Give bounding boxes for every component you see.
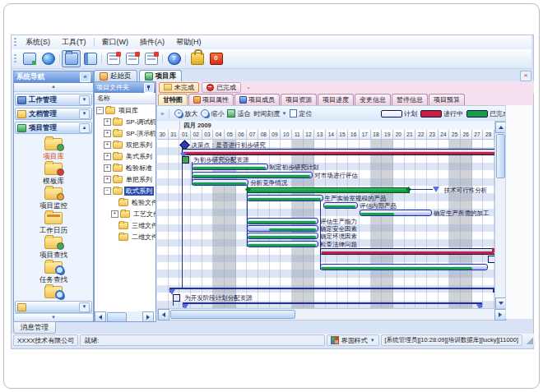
nav-group-项目管理[interactable]: 项目管理▲ [15, 122, 92, 134]
tree-item-工艺文件[interactable]: +工艺文件 [111, 209, 156, 219]
task-bar[interactable] [247, 195, 323, 201]
scroll-thumb[interactable] [107, 312, 127, 322]
sidebar-item-工作日历[interactable]: 工作日历 [14, 212, 93, 237]
expand-plus-icon[interactable]: + [104, 141, 111, 149]
tree-item-二维文件[interactable]: 二维文件 [111, 232, 156, 242]
toolbar-button[interactable] [62, 50, 81, 67]
tab-暂停信息[interactable]: 暂停信息 [392, 94, 428, 105]
menubar-grip-handle[interactable] [14, 38, 16, 47]
toolbar-button[interactable]: 0 [207, 50, 225, 67]
menu-item-5[interactable]: 帮助(H) [170, 35, 207, 49]
toolbar-button[interactable] [39, 50, 58, 67]
summary-bar[interactable] [320, 248, 494, 255]
tree-item-检验标准[interactable]: +检验标准 [104, 163, 154, 173]
gantt-horizontal-scrollbar[interactable] [157, 308, 507, 321]
tree-horizontal-scrollbar[interactable] [95, 311, 154, 321]
expand-plus-icon[interactable]: + [104, 164, 111, 172]
gantt-button-定位[interactable]: 定位 [290, 109, 312, 118]
task-bar[interactable] [323, 202, 358, 209]
gantt-button-时间刻度[interactable]: 时间刻度▼ [253, 109, 286, 118]
chevron-up-icon[interactable]: ▲ [79, 123, 90, 133]
nav-group-工作管理[interactable]: 工作管理▼ [15, 94, 92, 106]
filter-button-未完成[interactable]: 未完成 [159, 82, 199, 93]
nav-group-partial[interactable]: ▼ [15, 301, 92, 313]
scroll-thumb[interactable] [496, 134, 505, 178]
tree-item-SP-演示机系[interactable]: +SP-演示机系 [104, 128, 156, 139]
tree-item-单把系列[interactable]: +单把系列 [104, 174, 154, 185]
completed-summary-bar[interactable] [247, 187, 409, 193]
tab-变更信息[interactable]: 变更信息 [355, 94, 391, 105]
sidebar-item-项目查找[interactable]: 项目查找 [14, 237, 93, 261]
tab-项目进度[interactable]: 项目进度 [318, 94, 354, 105]
menu-item-1[interactable]: 系统(S) [20, 35, 56, 49]
tree-item-双把系列[interactable]: +双把系列 [104, 140, 154, 150]
collapse-minus-icon[interactable]: − [96, 107, 104, 114]
tab-项目属性[interactable]: 项目属性 [188, 94, 234, 105]
chevron-down-icon[interactable]: ▼ [79, 109, 90, 119]
toolbar-button[interactable] [142, 50, 160, 67]
sidebar-item-模板库[interactable]: 模板库 [14, 163, 93, 187]
gantt-button-放大[interactable]: +放大 [174, 109, 197, 118]
gantt-button-适合[interactable]: 适合 [227, 109, 250, 118]
collapse-minus-icon[interactable]: − [104, 187, 111, 195]
expand-plus-icon[interactable]: + [104, 130, 111, 137]
expand-plus-icon[interactable]: + [104, 176, 111, 183]
toolbar-grip-handle[interactable] [14, 54, 16, 63]
phase-bracket-bar[interactable] [169, 288, 494, 289]
assignment-marker-icon[interactable] [173, 294, 180, 302]
expand-plus-icon[interactable]: + [104, 118, 111, 126]
task-bar[interactable] [247, 233, 318, 239]
tab-项目成员[interactable]: 项目成员 [234, 94, 280, 105]
toolbar-button[interactable] [123, 50, 142, 67]
summary-bar[interactable] [182, 149, 494, 155]
scroll-left-icon[interactable] [158, 309, 169, 321]
filter-more-icon[interactable]: ⌄ [244, 84, 253, 90]
document-tab-起始页[interactable]: 起始页 [94, 70, 137, 81]
sidebar-item-项目库[interactable]: 项目库 [14, 138, 93, 163]
gantt-button-缩小[interactable]: -缩小 [201, 109, 224, 118]
nav-scroll-up-icon[interactable]: ▲ [14, 83, 93, 92]
task-bar[interactable] [360, 210, 432, 216]
sidebar-item-项目监控[interactable]: 项目监控 [14, 187, 93, 212]
menu-item-2[interactable]: 工具(T) [56, 35, 92, 49]
ui-style-button[interactable]: 界面样式 ▼ [327, 334, 379, 346]
task-bar[interactable] [192, 172, 313, 178]
toolbar-button[interactable] [81, 50, 100, 67]
close-document-icon[interactable]: × [520, 71, 531, 81]
expand-plus-icon[interactable]: + [111, 210, 118, 218]
nav-scroll-down-icon[interactable]: ▼ [14, 313, 93, 321]
collapse-panel-icon[interactable]: « [80, 72, 90, 82]
toolbar-button[interactable] [188, 50, 207, 67]
task-bar[interactable] [192, 179, 248, 186]
nav-group-文档管理[interactable]: 文档管理▼ [15, 108, 92, 120]
task-bar[interactable] [247, 241, 318, 247]
task-bar[interactable] [192, 164, 267, 170]
sidebar-item-任务查找[interactable]: 任务查找 [14, 261, 93, 286]
tree-item-三维文件[interactable]: 三维文件 [111, 220, 156, 231]
toolbar-overflow-icon[interactable]: » [160, 110, 164, 118]
scroll-left-icon[interactable] [95, 311, 106, 322]
document-tab-项目库[interactable]: 项目库 [139, 70, 183, 81]
resize-grip[interactable] [526, 337, 533, 344]
tree-item-检验文件[interactable]: 检验文件 [111, 197, 156, 208]
scroll-right-icon[interactable] [142, 311, 154, 322]
toolbar-button[interactable]: ? [165, 50, 183, 67]
tree-item-SP-调试机系[interactable]: +SP-调试机系 [104, 117, 156, 127]
tree-item-项目库[interactable]: −项目库 [96, 105, 140, 116]
pin-icon[interactable] [144, 83, 154, 93]
expand-plus-icon[interactable]: + [104, 153, 111, 160]
tree-item-美式系列[interactable]: +美式系列 [104, 151, 154, 162]
message-management-tab[interactable]: 消息管理 [13, 321, 56, 334]
task-bar[interactable] [247, 218, 318, 224]
assignment-marker-icon[interactable] [182, 156, 189, 164]
scroll-thumb[interactable] [170, 310, 295, 319]
menu-item-4[interactable]: 插件(A) [134, 35, 170, 49]
menu-item-3[interactable]: 窗口(W) [96, 35, 135, 49]
tab-项目预算[interactable]: 项目预算 [429, 94, 465, 105]
phase-bracket-bar[interactable] [183, 302, 482, 304]
toolbar-button[interactable] [104, 50, 123, 67]
tree-column-header[interactable]: 名称 [95, 93, 155, 104]
filter-button-已完成[interactable]: 已完成 [202, 82, 241, 93]
chevron-down-icon[interactable]: ▼ [79, 95, 90, 105]
tree-item-欧式系列[interactable]: −欧式系列 [104, 186, 154, 196]
